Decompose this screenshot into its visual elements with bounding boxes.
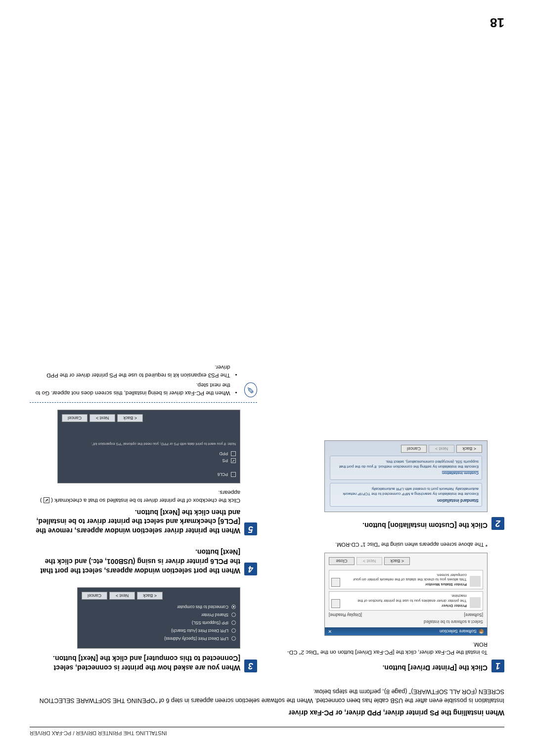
step-5-sub: Click the checkbox of the printer driver… <box>30 488 240 504</box>
printer-driver-row: Printer Driver The printer driver enable… <box>329 591 483 611</box>
left-column: 1 Click the [Printer Driver] button. To … <box>277 350 504 672</box>
back-button[interactable]: < Back <box>117 414 143 422</box>
window-icon: 📦 <box>479 629 484 634</box>
next-button[interactable]: Next > <box>356 557 382 565</box>
standard-installation-title: Standard installation <box>333 498 479 503</box>
next-button[interactable]: Next > <box>429 445 454 453</box>
step-5: 5 When the printer driver selection wind… <box>30 362 257 535</box>
intro-paragraph: Installation is possible even after the … <box>30 687 504 705</box>
footnote-disc1: * The above screen appears when using th… <box>277 542 488 548</box>
step-number-3: 3 <box>244 660 257 672</box>
pencil-note-icon: ✎ <box>244 382 257 397</box>
back-button[interactable]: < Back <box>137 592 163 600</box>
opt-lpr-specify[interactable]: LPR Direct Print (Specify Address) <box>82 636 236 641</box>
printer-driver-desc: The printer driver enables you to use th… <box>357 594 467 603</box>
step-4-title: When the port selection window appears, … <box>30 547 240 575</box>
note-block: ✎ When the PC-Fax driver is being instal… <box>30 362 257 397</box>
printer-driver-button[interactable] <box>331 599 340 608</box>
step-5-title: When the printer driver selection window… <box>30 508 240 536</box>
opt-ipp[interactable]: IPP (Supports SSL) <box>82 620 236 625</box>
step-1-title: Click the [Printer Driver] button. <box>383 663 488 672</box>
opt-connected[interactable]: Connected to this computer <box>82 605 236 610</box>
tab-readme[interactable]: [Display Readme] <box>329 613 362 617</box>
cancel-button[interactable]: Cancel <box>401 445 427 453</box>
chk-ppd[interactable]: PPD <box>62 451 236 456</box>
close-icon[interactable]: ✕ <box>328 629 332 634</box>
step-number-1: 1 <box>491 660 504 672</box>
tab-software[interactable]: [Software] <box>464 613 483 617</box>
note-1: When the PC-Fax driver is being installe… <box>30 381 230 397</box>
custom-installation-panel[interactable]: Custom installation Execute the installa… <box>330 456 482 480</box>
step-number-4: 4 <box>244 563 257 575</box>
printer-driver-title: Printer Driver <box>442 604 467 608</box>
standard-installation-desc: Execute the installation by searching a … <box>333 486 479 496</box>
status-monitor-title: Printer Status Monitor <box>425 582 467 587</box>
next-button[interactable]: Next > <box>89 414 115 422</box>
status-monitor-row: Printer Status Monitor This allows you t… <box>329 570 483 589</box>
content-columns: 1 Click the [Printer Driver] button. To … <box>30 350 504 672</box>
step-number-5: 5 <box>244 522 257 535</box>
ps-kit-note: Note: If you want to print data with PS … <box>62 442 236 446</box>
page-number: 18 <box>490 15 504 30</box>
section-title: When installing the PS printer driver, P… <box>30 709 504 717</box>
step-4: 4 When the port selection window appears… <box>30 547 257 575</box>
cancel-button[interactable]: Cancel <box>82 592 107 600</box>
step-1-sub: To install the PC-Fax driver, click the … <box>277 641 488 657</box>
opt-lpr-auto[interactable]: LPR Direct Print (Auto Search) <box>82 628 236 633</box>
step-2: 2 Click the [Custom installation] button… <box>277 440 504 530</box>
close-button[interactable]: Close <box>329 557 355 565</box>
checkmark-icon: ✔ <box>44 497 49 503</box>
chk-ps[interactable]: PS <box>62 458 236 463</box>
chk-pcl6[interactable]: PCL6 <box>62 472 236 477</box>
step-3-title: When you are asked how the printer is co… <box>30 654 240 672</box>
step-3: 3 When you are asked how the printer is … <box>30 587 257 672</box>
standard-installation-panel[interactable]: Standard installation Execute the instal… <box>330 483 482 507</box>
screenshot-connection-method: LPR Direct Print (Specify Address) LPR D… <box>77 587 240 649</box>
screenshot-driver-select: PCL6 PS PPD Note: If you want to print d… <box>57 410 240 483</box>
back-button[interactable]: < Back <box>384 557 410 565</box>
step-1: 1 Click the [Printer Driver] button. To … <box>277 542 504 672</box>
status-monitor-icon <box>470 576 481 587</box>
printer-driver-icon <box>470 597 481 608</box>
next-button[interactable]: Next > <box>109 592 135 600</box>
select-software-heading: Select a software to be installed <box>329 619 483 624</box>
note-2: The PS3 expansion kit is required to use… <box>30 364 230 379</box>
status-monitor-desc: This allows you to check the status of t… <box>353 573 467 582</box>
custom-installation-desc: Execute the installation by setting the … <box>333 459 479 469</box>
right-column: 3 When you are asked how the printer is … <box>30 350 257 672</box>
back-button[interactable]: < Back <box>456 445 482 453</box>
cancel-button[interactable]: Cancel <box>62 414 88 422</box>
opt-shared[interactable]: Shared Printer <box>82 613 236 617</box>
status-monitor-button[interactable] <box>331 578 340 587</box>
screenshot-install-type: Standard installation Execute the instal… <box>324 440 488 512</box>
screenshot-software-selection: 📦 Software Selection ✕ Select a software… <box>324 553 488 636</box>
custom-installation-title[interactable]: Custom installation <box>442 471 479 475</box>
dashed-separator <box>30 402 257 403</box>
window-title: Software Selection <box>440 629 477 634</box>
step-2-title: Click the [Custom installation] button. <box>362 520 488 530</box>
step-number-2: 2 <box>491 517 504 530</box>
page-header: INSTALLING THE PRINTER DRIVER / PC-FAX D… <box>30 727 504 736</box>
